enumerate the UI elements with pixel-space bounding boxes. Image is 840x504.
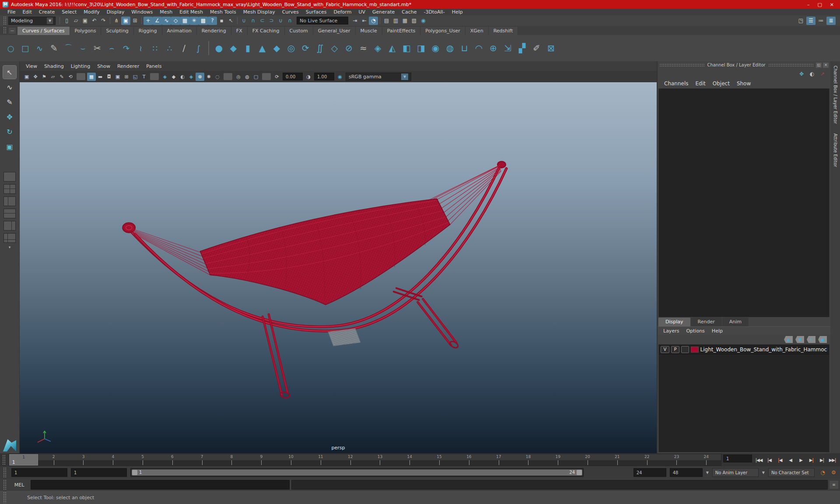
pencil-curve-tool-icon[interactable]: ✎ <box>47 40 61 56</box>
range-fill[interactable] <box>132 469 582 476</box>
surface-editing-icon[interactable]: ⊠ <box>544 40 558 56</box>
layout-persp-outliner[interactable] <box>4 196 16 206</box>
manip-move-icon[interactable]: ✥ <box>798 70 805 78</box>
menu-item[interactable]: Edit <box>19 9 35 15</box>
revolve-icon[interactable]: ⟳ <box>298 40 313 56</box>
safe-title-icon[interactable]: T <box>140 73 148 81</box>
timeline-frame[interactable]: 4 <box>98 454 128 466</box>
timeline-frame[interactable]: 22 <box>632 454 662 466</box>
shadows-icon[interactable]: ⊗ <box>196 73 204 81</box>
current-frame-marker[interactable]: 1 1 <box>9 454 38 466</box>
render-settings-icon[interactable]: ▧ <box>410 17 419 25</box>
rebuild-curve-icon[interactable]: ∷ <box>148 40 162 56</box>
birail-icon[interactable]: ≈ <box>356 40 371 56</box>
manip-arrow-icon[interactable]: ↗ <box>819 70 826 78</box>
attribute-editor-toggle[interactable]: ≣ <box>826 17 836 25</box>
insert-knot-icon[interactable]: ∴ <box>162 40 177 56</box>
menu-item[interactable]: Surfaces <box>303 9 330 15</box>
move-tool[interactable]: ✥ <box>3 110 16 123</box>
layout-single-pane[interactable] <box>4 172 16 182</box>
layer-menu-item[interactable]: Help <box>709 328 726 334</box>
playback-end-field[interactable]: 24 <box>634 468 666 477</box>
shelf-tab[interactable]: XGen <box>466 27 489 35</box>
timeline-frame[interactable]: 15 <box>424 454 454 466</box>
menu-item[interactable]: Modify <box>80 9 102 15</box>
construction-history-icon[interactable]: ◔ <box>369 17 378 25</box>
character-set-dropdown[interactable]: No Character Set <box>768 468 815 477</box>
menu-item[interactable]: Cache <box>399 9 420 15</box>
timeline-frame[interactable]: 14 <box>395 454 424 466</box>
gate-mask-icon[interactable]: ▣ <box>113 73 122 81</box>
minimize-button[interactable]: – <box>807 2 810 7</box>
menu-item[interactable]: File <box>4 9 18 15</box>
menu-item[interactable]: Mesh <box>157 9 175 15</box>
open-scene-icon[interactable]: ▱ <box>71 17 80 25</box>
timeline-frame[interactable]: 3 <box>69 454 98 466</box>
range-handle-start[interactable] <box>132 470 137 475</box>
timeline-frame[interactable]: 24 <box>691 454 721 466</box>
camera-attributes-icon[interactable]: ✥ <box>31 73 40 81</box>
nurbs-plane-icon[interactable]: ◆ <box>270 40 284 56</box>
textured-icon[interactable]: ◐ <box>178 73 187 81</box>
contrast-icon[interactable]: ◑ <box>304 73 313 81</box>
menu-item[interactable]: Generate <box>369 9 398 15</box>
mask-curves-icon[interactable]: ∿ <box>162 17 171 25</box>
timeline-frame[interactable]: 17 <box>484 454 514 466</box>
animation-end-field[interactable]: 48 <box>670 468 703 477</box>
grease-pencil-icon[interactable]: ✎ <box>57 73 66 81</box>
motion-blur-icon[interactable]: ◌ <box>213 73 222 81</box>
intersect-surfaces-icon[interactable]: ◍ <box>443 40 457 56</box>
drag-grip[interactable] <box>3 492 7 503</box>
attach-surfaces-icon[interactable]: ⊕ <box>486 40 500 56</box>
step-back-frame-button[interactable]: |◀ <box>764 455 774 465</box>
command-input[interactable] <box>31 480 290 490</box>
planar-icon[interactable]: ◇ <box>327 40 342 56</box>
command-output[interactable] <box>291 480 828 490</box>
menu-item[interactable]: Deform <box>330 9 354 15</box>
menu-item[interactable]: Select <box>59 9 80 15</box>
panel-header[interactable]: Channel Box / Layer Editor ◱× <box>658 61 830 69</box>
lasso-tool[interactable]: ∿ <box>3 80 16 94</box>
channel-menu-item[interactable]: Object <box>710 80 733 87</box>
drag-grip[interactable] <box>2 455 6 465</box>
nurbs-torus-icon[interactable]: ◎ <box>284 40 298 56</box>
animation-start-field[interactable]: 1 <box>11 468 67 477</box>
layer-playback-toggle[interactable]: P <box>671 346 680 353</box>
xray-icon[interactable]: ◍ <box>243 73 252 81</box>
arc-tool-icon[interactable]: ⌒ <box>61 40 76 56</box>
timeline-frame[interactable]: 18 <box>514 454 543 466</box>
shelf-tab[interactable]: Sculpting <box>101 27 133 35</box>
panel-menu-item[interactable]: View <box>23 63 40 69</box>
snap-curves-icon[interactable]: ∩ <box>248 17 258 25</box>
snap-projected-center-icon[interactable]: ⊃ <box>267 17 276 25</box>
boolean-union-icon[interactable]: ⊔ <box>457 40 472 56</box>
hypershade-icon[interactable]: ◉ <box>419 17 428 25</box>
view-transform-dropdown[interactable]: sRGB gamma ▼ <box>346 73 411 81</box>
cv-hardness-icon[interactable]: ∫ <box>191 40 206 56</box>
nurbs-cylinder-icon[interactable]: ▮ <box>241 40 255 56</box>
isolate-select-icon[interactable]: ◎ <box>234 73 243 81</box>
select-tool[interactable]: ↖ <box>3 66 16 79</box>
offset-curve-icon[interactable]: ≀ <box>133 40 148 56</box>
shelf-tab[interactable]: FX Caching <box>248 27 285 35</box>
chevron-down-icon[interactable]: ▼ <box>762 471 765 475</box>
straighten-curve-icon[interactable]: ∕ <box>177 40 191 56</box>
separator[interactable] <box>224 73 232 80</box>
detach-curves-icon[interactable]: ✂ <box>90 40 105 56</box>
layer-color-swatch[interactable] <box>691 346 699 353</box>
go-to-end-button[interactable]: ▶▶| <box>827 455 837 465</box>
mask-dynamics-icon[interactable]: ✳ <box>189 17 199 25</box>
shelf-tab[interactable]: Curves / Surfaces <box>18 27 70 35</box>
auto-keyframe-icon[interactable]: ◔ <box>818 469 827 477</box>
range-bar[interactable]: 1 24 <box>130 468 584 477</box>
gamma-field[interactable]: 1.00 <box>314 73 334 80</box>
shelf-tab[interactable]: Redshift <box>489 27 518 35</box>
nurbs-circle-icon[interactable]: ○ <box>4 40 18 56</box>
snap-grids-icon[interactable]: ∪ <box>239 17 248 25</box>
menu-set-dropdown[interactable]: Modeling ▼ <box>8 17 56 25</box>
panel-menu-item[interactable]: Show <box>94 63 113 69</box>
timeline-frame[interactable]: 10 <box>276 454 306 466</box>
layout-hypershade-persp[interactable] <box>4 221 16 231</box>
menu-item[interactable]: Mesh Display <box>240 9 278 15</box>
create-layer-from-selected-icon[interactable]: ● <box>818 336 827 343</box>
